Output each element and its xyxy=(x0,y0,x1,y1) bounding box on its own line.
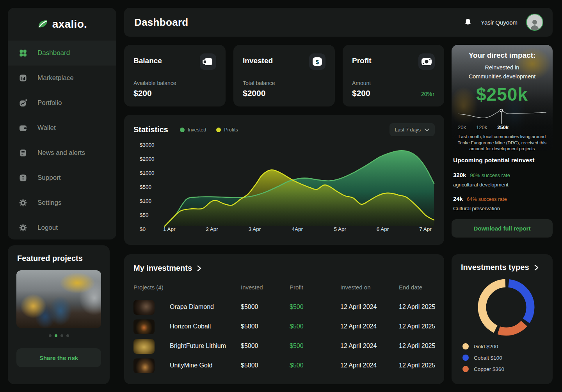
sidebar-item-marketplace[interactable]: Marketplace xyxy=(8,66,116,90)
carousel-dot-2[interactable] xyxy=(55,334,57,337)
sidebar-item-label: Logout xyxy=(37,224,58,232)
end-date: 12 April 2025 xyxy=(399,323,435,330)
range-selector-dropdown[interactable]: Last 7 days xyxy=(389,123,435,136)
invested-card-title: Invested xyxy=(243,53,273,65)
project-name: Horizon Cobalt xyxy=(170,323,211,330)
legend-label: Cobalt $100 xyxy=(474,355,502,361)
direct-impact-card: Your direct impact: Reinvested in Commun… xyxy=(452,45,553,151)
statistics-legend: InvestedProfits xyxy=(180,127,389,133)
carousel-dots xyxy=(8,334,110,337)
upcoming-amount: 320k xyxy=(453,172,466,178)
sidebar-item-label: Dashboard xyxy=(37,49,70,57)
profit-card: Profit Amount $200 20%↑ xyxy=(343,45,444,106)
legend-label: Copper $360 xyxy=(474,366,504,372)
x-axis-tick: 6 Apr xyxy=(377,226,389,232)
legend-label: Gold $200 xyxy=(474,344,498,349)
upcoming-amount: 24k xyxy=(453,195,463,202)
gold-mine-thumb xyxy=(133,358,155,373)
impact-amount: $250k xyxy=(452,84,553,105)
legend-swatch xyxy=(462,343,469,349)
carousel-dot-1[interactable] xyxy=(49,334,52,337)
sidebar-item-label: News and alerts xyxy=(37,149,85,157)
upcoming-items: 320k90% success rate agricultural develo… xyxy=(453,172,553,211)
carousel-dot-4[interactable] xyxy=(66,334,69,337)
diamond-mine-thumb xyxy=(133,300,155,315)
invested-amount: $5000 xyxy=(241,362,258,369)
legend-item-invested: Invested xyxy=(180,127,206,133)
types-legend-item-cobalt: Cobalt $100 xyxy=(462,355,504,361)
legend-label: Invested xyxy=(188,127,206,133)
column-header-profit: Profit xyxy=(290,284,303,291)
upcoming-item-cultural-preservation: 24k64% success rate Cultural preservatio… xyxy=(453,195,553,211)
y-axis-tick: $50 xyxy=(140,212,149,218)
investment-types-legend: Gold $200 Cobalt $100 Copper $360 xyxy=(462,343,504,372)
sidebar-item-portfolio[interactable]: Portfolio xyxy=(8,90,116,115)
project-name: BrightFuture Lithium xyxy=(170,342,226,349)
sidebar-item-label: Support xyxy=(37,174,61,182)
sidebar-item-support[interactable]: Support xyxy=(8,165,116,190)
upcoming-label: agricultural development xyxy=(453,182,553,188)
sidebar-item-settings[interactable]: Settings xyxy=(8,190,116,215)
user-avatar[interactable] xyxy=(526,14,543,31)
profit-value: $200 xyxy=(352,89,370,98)
user-name[interactable]: Yasir Quyoom xyxy=(481,19,518,26)
notification-bell-icon[interactable] xyxy=(464,18,472,27)
legend-label: Profits xyxy=(224,127,238,133)
x-axis-tick: 5 Apr xyxy=(334,226,346,232)
impact-sparkline xyxy=(458,106,546,124)
sidebar-item-dashboard[interactable]: Dashboard xyxy=(8,41,116,66)
chevron-right-icon[interactable] xyxy=(533,264,539,271)
invested-amount: $5000 xyxy=(241,342,258,349)
profit-amount: $500 xyxy=(290,303,304,310)
invested-label: Total balance xyxy=(243,80,325,86)
featured-project-photo[interactable] xyxy=(16,270,101,328)
balance-value: $200 xyxy=(133,89,152,98)
impact-title: Your direct impact: xyxy=(452,51,553,60)
investment-row-horizon-cobalt[interactable]: Horizon Cobalt $5000 $500 12 April 2024 … xyxy=(124,318,444,337)
column-header-projects-4: Projects (4) xyxy=(133,284,164,291)
news-document-icon xyxy=(19,149,27,157)
statistics-card: Statistics InvestedProfits Last 7 days $… xyxy=(124,115,444,245)
scale-label-20k: 20k xyxy=(458,124,466,130)
portfolio-trend-icon xyxy=(19,99,27,107)
sidebar-menu: DashboardMarketplacePortfolioWalletNews … xyxy=(8,41,116,240)
dollar-note-icon: $ xyxy=(309,53,325,70)
impact-subtitle-line1: Reinvested in xyxy=(452,64,553,71)
statistics-chart: $0$50$100$500$1000$2000$30001 Apr2 Apr3 … xyxy=(130,139,438,237)
impact-scale-labels: 20k120k250k xyxy=(458,124,509,130)
chevron-down-icon xyxy=(425,128,429,131)
column-header-end-date: End date xyxy=(399,284,422,291)
scale-label-250k: 250k xyxy=(497,124,509,130)
settings-gear-icon xyxy=(19,199,27,207)
share-the-risk-button[interactable]: Share the risk xyxy=(16,348,101,367)
investment-row-orapa-diamond[interactable]: Orapa Diamond $5000 $500 12 April 2024 1… xyxy=(124,298,444,318)
carousel-dot-3[interactable] xyxy=(60,334,63,337)
sidebar-item-wallet[interactable]: Wallet xyxy=(8,115,116,140)
wallet-icon xyxy=(19,124,27,132)
sidebar-item-logout[interactable]: Logout xyxy=(8,215,116,240)
y-axis-tick: $2000 xyxy=(140,156,155,162)
sidebar-item-news-and-alerts[interactable]: News and alerts xyxy=(8,140,116,165)
investment-row-brightfuture-lithium[interactable]: BrightFuture Lithium $5000 $500 12 April… xyxy=(124,337,444,357)
profit-amount: $500 xyxy=(290,342,304,349)
upcoming-reinvest-section: Upcoming potential reinvest 320k90% succ… xyxy=(453,157,553,211)
column-header-invested-on: Invested on xyxy=(340,284,371,291)
project-name: Orapa Diamond xyxy=(170,303,214,310)
brand-logo: axalio. xyxy=(8,8,116,41)
investment-row-unitymine-gold[interactable]: UnityMine Gold $5000 $500 12 April 2024 … xyxy=(124,357,444,376)
statistics-title: Statistics xyxy=(133,125,168,134)
profit-delta: 20%↑ xyxy=(421,91,435,97)
invested-card: Invested $ Total balance $2000 xyxy=(233,45,335,106)
project-name: UnityMine Gold xyxy=(170,362,212,369)
cobalt-mine-thumb xyxy=(133,319,155,334)
end-date: 12 April 2025 xyxy=(399,362,435,369)
investment-types-card: Investments types Gold $200 Cobalt $100 … xyxy=(452,254,553,384)
download-report-button[interactable]: Download full report xyxy=(452,219,553,238)
sidebar-item-label: Portfolio xyxy=(37,99,62,107)
legend-swatch xyxy=(216,128,221,132)
types-legend-item-gold: Gold $200 xyxy=(462,343,504,349)
profit-amount: $500 xyxy=(290,362,304,369)
my-investments-card: My investments Projects (4)InvestedProfi… xyxy=(124,254,444,384)
x-axis-tick: 7 Apr xyxy=(419,226,432,232)
y-axis-tick: $3000 xyxy=(140,142,155,148)
